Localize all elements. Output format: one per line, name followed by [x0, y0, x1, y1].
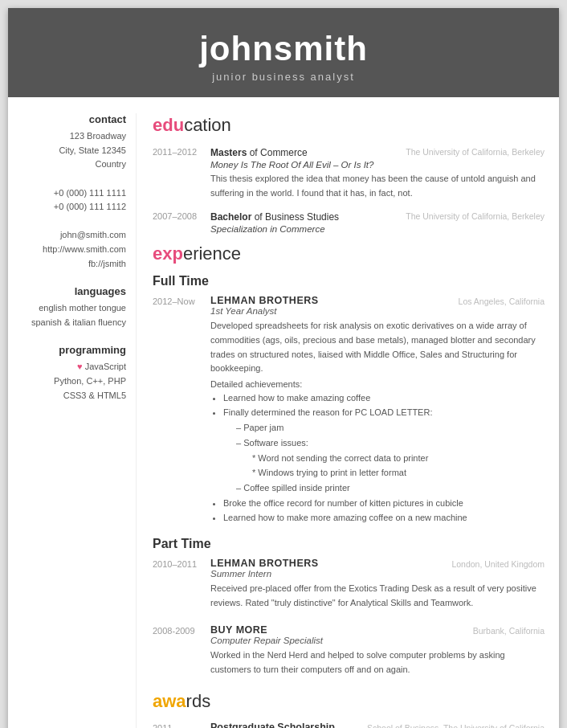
exp-content-ft1: LEHMAN BROTHERS Los Angeles, California …: [210, 295, 545, 526]
exp-entry-pt2: 2008-2009 Buy More Burbank, California C…: [153, 624, 545, 680]
exp-role-ft1: 1st Year Analyst: [210, 306, 545, 316]
achievements-list: Learned how to make amazing coffee Final…: [223, 391, 545, 526]
sub-item-1: Paper jam: [236, 420, 545, 436]
first-name: john: [199, 30, 274, 67]
edu-degree-2: Bachelor of Business Studies: [210, 210, 339, 224]
edu-header-2: Bachelor of Business Studies The Univers…: [210, 210, 545, 224]
exp-company-ft1: LEHMAN BROTHERS: [210, 295, 319, 306]
award-entry-1: 2011 Postgraduate Scholarship School of …: [153, 722, 545, 728]
resume-container: johnsmith junior business analyst contac…: [8, 8, 559, 728]
exp-entry-pt1: 2010–2011 LEHMAN BROTHERS London, United…: [153, 558, 545, 613]
exp-year-pt2: 2008-2009: [153, 624, 210, 680]
contact-label: contact: [19, 113, 126, 125]
exp-location-pt1: London, United Kingdom: [432, 558, 545, 569]
edu-degree-1: Masters of Commerce: [210, 145, 308, 160]
edu-degree-bold-2: Bachelor: [210, 211, 251, 223]
exp-year-pt1: 2010–2011: [153, 558, 210, 613]
achievement-2: Finally determined the reason for PC LOA…: [223, 405, 545, 495]
edu-header-1: Masters of Commerce The University of Ca…: [210, 145, 545, 160]
address: 123 Broadway: [19, 129, 126, 144]
exp-role-pt1: Summer Intern: [210, 569, 545, 579]
experience-accent: exp: [153, 243, 183, 264]
exp-year-ft1: 2012–Now: [153, 295, 210, 526]
edu-entry-1: 2011–2012 Masters of Commerce The Univer…: [153, 145, 545, 200]
language2: spanish & italian fluency: [19, 316, 126, 330]
award-header-1: Postgraduate Scholarship School of Busin…: [210, 722, 545, 728]
country: Country: [19, 157, 126, 172]
phone1: +0 (000) 111 1111: [19, 186, 126, 201]
programming-label: programming: [19, 344, 126, 356]
sub-list-1: Paper jam Software issues: Word not send…: [236, 420, 545, 495]
phone2: +0 (000) 111 1112: [19, 200, 126, 215]
header: johnsmith junior business analyst: [8, 8, 559, 97]
edu-year-1: 2011–2012: [153, 145, 210, 200]
edu-content-2: Bachelor of Business Studies The Univers…: [210, 210, 545, 234]
exp-desc-pt1: Received pre-placed offer from the Exoti…: [210, 582, 545, 610]
edu-institution-2: The University of California, Berkeley: [399, 210, 545, 221]
award-year-1: 2011: [153, 722, 210, 728]
exp-content-pt2: Buy More Burbank, California Computer Re…: [210, 624, 545, 680]
award-institution-1: School of Business, The University of Ca…: [361, 722, 545, 728]
email: john@smith.com: [19, 228, 126, 243]
exp-header-pt1: LEHMAN BROTHERS London, United Kingdom: [210, 558, 545, 569]
sidebar: contact 123 Broadway City, State 12345 C…: [8, 113, 137, 728]
award-content-1: Postgraduate Scholarship School of Busin…: [210, 722, 545, 728]
language1: english mother tongue: [19, 301, 126, 316]
achievement-3: Broke the office record for number of ki…: [223, 496, 545, 511]
sub-item-2: Software issues: Word not sending the co…: [236, 436, 545, 481]
job-title: junior business analyst: [24, 71, 543, 83]
prog-js: JavaScript: [85, 362, 126, 371]
awards-accent: awa: [153, 691, 186, 711]
prog-web: CSS3 & HTML5: [19, 389, 126, 403]
prog-js-line: ♥ JavaScript: [19, 360, 126, 374]
exp-header-pt2: Buy More Burbank, California: [210, 624, 545, 636]
contact-section: contact 123 Broadway City, State 12345 C…: [19, 113, 126, 271]
experience-rest: erience: [183, 243, 241, 264]
full-name: johnsmith: [24, 31, 543, 67]
education-heading: education: [153, 115, 545, 136]
achievement-1: Learned how to make amazing coffee: [223, 391, 545, 406]
edu-desc-1: This thesis explored the idea that money…: [210, 172, 545, 200]
parttime-heading: Part Time: [153, 537, 545, 551]
edu-italic-2: Specialization in Commerce: [210, 224, 545, 234]
award-title-1: Postgraduate Scholarship: [210, 722, 335, 728]
languages-details: english mother tongue spanish & italian …: [19, 301, 126, 329]
sub-sub-list: Word not sending the correct data to pri…: [252, 451, 545, 481]
languages-section: languages english mother tongue spanish …: [19, 285, 126, 329]
contact-details: 123 Broadway City, State 12345 Country +…: [19, 129, 126, 271]
subsub-item-2: Windows trying to print in letter format: [252, 465, 545, 481]
education-rest: cation: [184, 115, 231, 135]
achievements-label: Detailed achievements:: [210, 379, 545, 389]
website: http://www.smith.com: [19, 243, 126, 257]
prog-others: Python, C++, PHP: [19, 374, 126, 389]
last-name: smith: [274, 30, 368, 67]
programming-details: ♥ JavaScript Python, C++, PHP CSS3 & HTM…: [19, 360, 126, 403]
awards-heading: awards: [153, 691, 545, 712]
body: contact 123 Broadway City, State 12345 C…: [8, 97, 559, 728]
programming-section: programming ♥ JavaScript Python, C++, PH…: [19, 344, 126, 403]
achievement-4: Learned how to make more amazing coffee …: [223, 510, 545, 526]
edu-entry-2: 2007–2008 Bachelor of Business Studies T…: [153, 210, 545, 234]
exp-content-pt1: LEHMAN BROTHERS London, United Kingdom S…: [210, 558, 545, 613]
fb: fb://jsmith: [19, 257, 126, 272]
edu-degree-rest-2: of Business Studies: [251, 211, 339, 223]
edu-degree-bold-1: Masters: [210, 147, 247, 158]
exp-company-pt1: LEHMAN BROTHERS: [210, 558, 319, 569]
experience-heading: experience: [153, 243, 545, 264]
edu-content-1: Masters of Commerce The University of Ca…: [210, 145, 545, 200]
subsub-item-1: Word not sending the correct data to pri…: [252, 451, 545, 466]
exp-header-ft1: LEHMAN BROTHERS Los Angeles, California: [210, 295, 545, 306]
exp-desc-pt2: Worked in the Nerd Herd and helped to so…: [210, 648, 545, 677]
edu-institution-1: The University of California, Berkeley: [399, 145, 545, 157]
main-content: education 2011–2012 Masters of Commerce …: [137, 113, 559, 728]
languages-label: languages: [19, 285, 126, 297]
sub-item-3: Coffee spilled inside printer: [236, 481, 545, 496]
exp-role-pt2: Computer Repair Specialist: [210, 636, 545, 645]
exp-location-pt2: Burbank, California: [432, 624, 545, 636]
education-accent: edu: [153, 115, 184, 135]
fulltime-heading: Full Time: [153, 274, 545, 288]
exp-desc-ft1: Developed spreadsheets for risk analysis…: [210, 319, 545, 375]
edu-year-2: 2007–2008: [153, 210, 210, 234]
edu-degree-rest-1: of Commerce: [247, 147, 307, 158]
edu-italic-1: Money Is The Root Of All Evil – Or Is It…: [210, 160, 545, 170]
